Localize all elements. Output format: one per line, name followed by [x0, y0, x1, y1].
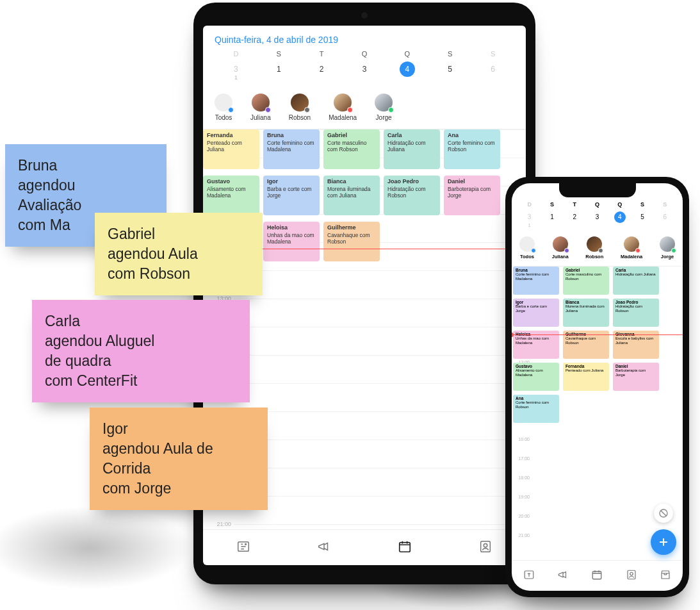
day-S[interactable]: S1 — [257, 50, 300, 81]
svg-point-9 — [630, 572, 633, 575]
day-S[interactable]: S6 — [471, 50, 514, 81]
day-D[interactable]: D31 — [518, 201, 541, 227]
day-T[interactable]: T2 — [564, 201, 586, 227]
add-button[interactable] — [651, 529, 676, 555]
appointment[interactable]: BrunaCorte feminino com Madalena — [263, 129, 320, 169]
notification-note-3: Carlaagendou Aluguelde quadracom CenterF… — [32, 300, 250, 402]
phone-screen: D31S1T2Q3Q4S5S6 TodosJulianaRobsonMadale… — [512, 183, 683, 591]
staff-madalena[interactable]: Madalena — [621, 236, 642, 260]
phone-notch — [559, 183, 636, 197]
day-S[interactable]: S1 — [541, 201, 563, 227]
calendar-icon[interactable] — [591, 569, 603, 583]
appointment[interactable]: BiancaMorena iluminada com Juliana — [323, 176, 380, 215]
svg-rect-7 — [593, 571, 602, 579]
tablet-camera — [361, 12, 368, 19]
store-icon[interactable] — [660, 569, 671, 583]
appointment[interactable]: BiancaMorena iluminada com Juliana — [563, 299, 609, 327]
block-icon[interactable] — [654, 504, 673, 523]
appointment[interactable]: GustavoAlisamento com Madalena — [513, 363, 559, 391]
finance-icon[interactable] — [236, 540, 250, 556]
phone-current-time-indicator — [512, 334, 683, 335]
appointment[interactable]: CarlaHidratação com Juliana — [384, 129, 440, 169]
staff-robson[interactable]: Robson — [289, 94, 311, 121]
tablet-header: Quinta-feira, 4 de abril de 2019 D31S1T2… — [203, 26, 526, 87]
staff-robson[interactable]: Robson — [585, 236, 603, 260]
day-S[interactable]: S5 — [428, 50, 471, 81]
day-S[interactable]: S6 — [654, 201, 676, 227]
staff-juliana[interactable]: Juliana — [552, 236, 569, 260]
notification-note-4: Igoragendou Aula deCorridacom Jorge — [90, 408, 268, 510]
appointment[interactable]: CarlaHidratação com Juliana — [613, 267, 659, 295]
contact-icon[interactable] — [478, 540, 492, 556]
appointment[interactable]: DanielBarboterapia com Jorge — [613, 363, 659, 391]
megaphone-icon[interactable] — [317, 540, 331, 556]
appointment[interactable]: Joao PedroHidratação com Robson — [613, 299, 659, 327]
svg-point-1 — [245, 543, 247, 545]
current-date: Quinta-feira, 4 de abril de 2019 — [215, 35, 514, 45]
day-Q[interactable]: Q3 — [586, 201, 608, 227]
appointment[interactable]: GustavoAlisamento com Madalena — [203, 176, 259, 215]
appointment[interactable]: FernandaPenteado com Juliana — [203, 129, 259, 169]
appointment[interactable]: FernandaPenteado com Juliana — [563, 363, 609, 391]
appointment[interactable]: GabrielCorte masculino com Robson — [563, 267, 609, 295]
megaphone-icon[interactable] — [557, 569, 569, 583]
appointment[interactable]: BrunaCorte feminino com Madalena — [513, 267, 559, 295]
svg-rect-2 — [400, 542, 411, 552]
appointment[interactable]: IgorBarba e corte com Jorge — [263, 176, 320, 215]
appointment[interactable]: AnaCorte feminino com Robson — [444, 129, 500, 169]
svg-rect-8 — [628, 570, 635, 579]
appointment[interactable]: AnaCorte feminino com Robson — [513, 395, 559, 423]
calendar-icon[interactable] — [398, 540, 412, 556]
appointment[interactable]: Joao PedroHidratação com Robson — [384, 176, 440, 215]
week-selector: D31S1T2Q3Q4S5S6 — [215, 45, 514, 81]
phone-staff-filter: TodosJulianaRobsonMadalenaJorge — [512, 233, 683, 267]
phone-device: D31S1T2Q3Q4S5S6 TodosJulianaRobsonMadale… — [505, 177, 689, 597]
tablet-tabbar — [203, 529, 526, 565]
day-T[interactable]: T2 — [300, 50, 343, 81]
contact-icon[interactable] — [626, 569, 637, 583]
appointment[interactable]: IgorBarba e corte com Jorge — [513, 299, 559, 327]
staff-juliana[interactable]: Juliana — [250, 94, 271, 121]
day-D[interactable]: D31 — [215, 50, 257, 81]
appointment[interactable]: GabrielCorte masculino com Robson — [323, 129, 380, 169]
staff-todos[interactable]: Todos — [215, 94, 232, 121]
day-S[interactable]: S5 — [631, 201, 653, 227]
svg-point-4 — [484, 543, 487, 547]
staff-filter: TodosJulianaRobsonMadalenaJorge — [203, 87, 526, 129]
staff-jorge[interactable]: Jorge — [375, 94, 393, 121]
phone-tabbar — [512, 560, 683, 591]
day-Q[interactable]: Q4 — [386, 50, 428, 81]
appointment[interactable]: GuilhermeCavanhaque com Robson — [323, 222, 380, 261]
appointment[interactable]: DanielBarboterapia com Jorge — [444, 176, 500, 215]
day-Q[interactable]: Q4 — [608, 201, 631, 227]
day-Q[interactable]: Q3 — [343, 50, 386, 81]
finance-icon[interactable] — [523, 569, 535, 583]
svg-rect-3 — [481, 541, 491, 552]
appointment[interactable]: HeloisaUnhas da mao com Madalena — [263, 222, 320, 261]
staff-jorge[interactable]: Jorge — [660, 236, 675, 260]
notification-note-2: Gabrielagendou Aulacom Robson — [95, 213, 263, 295]
staff-todos[interactable]: Todos — [519, 236, 535, 260]
staff-madalena[interactable]: Madalena — [329, 94, 357, 121]
